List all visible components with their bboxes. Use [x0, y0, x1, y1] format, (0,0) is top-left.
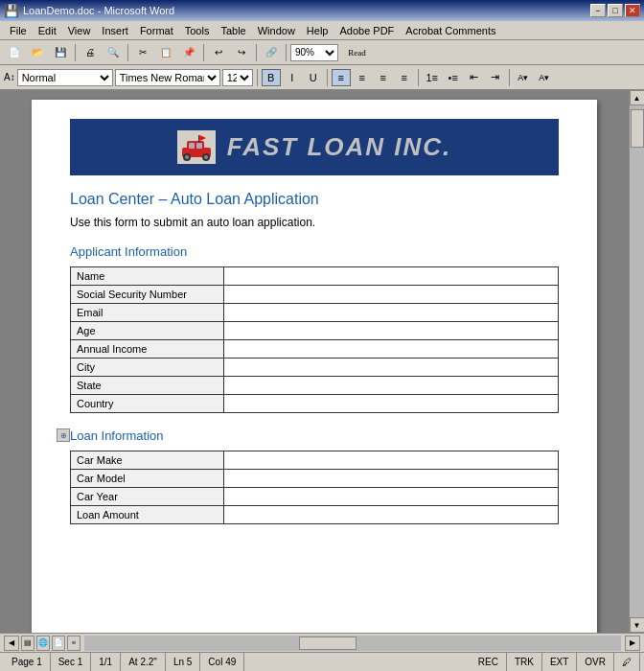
open-button[interactable]: 📂 [27, 43, 48, 62]
field-value[interactable] [224, 322, 559, 340]
table-row: Loan Amount [71, 506, 559, 524]
ol-button[interactable]: 1≡ [423, 69, 442, 86]
menu-bar: File Edit View Insert Format Tools Table… [0, 21, 644, 40]
window-title: LoanDemo.doc - Microsoft Word [23, 5, 174, 16]
menu-table[interactable]: Table [215, 23, 251, 38]
field-label: Annual Income [71, 340, 224, 359]
field-value[interactable] [224, 470, 559, 488]
menu-view[interactable]: View [62, 23, 97, 38]
font-select[interactable]: Times New Roman [115, 69, 220, 86]
font-color-button[interactable]: A▾ [535, 69, 554, 86]
scroll-right-button[interactable]: ▶ [625, 636, 640, 651]
field-value[interactable] [224, 286, 559, 304]
field-label: City [71, 359, 224, 377]
zoom-select[interactable]: 90% 100% [290, 44, 338, 61]
scroll-thumb[interactable] [631, 109, 644, 148]
menu-adobe-pdf[interactable]: Adobe PDF [334, 23, 400, 38]
menu-insert[interactable]: Insert [96, 23, 134, 38]
field-value[interactable] [224, 506, 559, 524]
align-center-button[interactable]: ≡ [353, 69, 372, 86]
bold-button[interactable]: B [262, 69, 281, 86]
main-toolbar: 📄 📂 💾 🖨 🔍 ✂ 📋 📌 ↩ ↪ 🔗 90% 100% Read [0, 40, 644, 65]
ul-button[interactable]: •≡ [444, 69, 463, 86]
align-right-button[interactable]: ≡ [374, 69, 393, 86]
undo-button[interactable]: ↩ [208, 43, 229, 62]
status-page-of: 1/1 [91, 653, 121, 671]
maximize-button[interactable]: □ [608, 4, 623, 17]
field-value[interactable] [224, 267, 559, 286]
print-button[interactable]: 🖨 [80, 43, 101, 62]
svg-rect-6 [189, 143, 195, 149]
table-row: Car Model [71, 470, 559, 488]
menu-window[interactable]: Window [252, 23, 301, 38]
align-justify-button[interactable]: ≡ [395, 69, 414, 86]
menu-format[interactable]: Format [134, 23, 179, 38]
scroll-down-button[interactable]: ▼ [630, 617, 645, 633]
indent-button[interactable]: ⇥ [486, 69, 505, 86]
size-select[interactable]: 12 [222, 69, 253, 86]
field-label: Car Model [71, 470, 224, 488]
print-view-button[interactable]: 📄 [52, 636, 65, 651]
scroll-left-button[interactable]: ◀ [4, 636, 19, 651]
align-left-button[interactable]: ≡ [332, 69, 351, 86]
read-button[interactable]: Read [340, 43, 374, 62]
close-button[interactable]: ✕ [625, 4, 640, 17]
copy-button[interactable]: 📋 [155, 43, 176, 62]
field-value[interactable] [224, 488, 559, 506]
italic-button[interactable]: I [283, 69, 302, 86]
table-move-icon[interactable]: ⊕ [57, 428, 70, 442]
toolbar-sep-3 [203, 44, 204, 61]
loan-description: Use this form to submit an auto loan app… [70, 216, 559, 229]
cut-button[interactable]: ✂ [132, 43, 153, 62]
web-view-button[interactable]: 🌐 [36, 636, 50, 651]
menu-acrobat-comments[interactable]: Acrobat Comments [400, 23, 501, 38]
format-sep-4 [509, 69, 510, 86]
menu-edit[interactable]: Edit [33, 23, 62, 38]
menu-tools[interactable]: Tools [179, 23, 216, 38]
minimize-button[interactable]: − [590, 4, 606, 17]
toolbar-sep-2 [127, 44, 128, 61]
field-label: Car Make [71, 451, 224, 470]
style-select[interactable]: Normal [17, 69, 113, 86]
scroll-thumb-h[interactable] [299, 636, 356, 650]
format-bar: A↕ Normal Times New Roman 12 B I U ≡ ≡ ≡… [0, 65, 644, 90]
toolbar-sep-5 [286, 44, 287, 61]
format-sep-2 [327, 69, 328, 86]
status-col: Col 49 [200, 653, 244, 671]
underline-button[interactable]: U [304, 69, 323, 86]
applicant-table: NameSocial Security NumberEmailAgeAnnual… [70, 266, 559, 413]
paste-button[interactable]: 📌 [178, 43, 199, 62]
new-button[interactable]: 📄 [4, 43, 25, 62]
field-value[interactable] [224, 377, 559, 395]
field-label: Social Security Number [71, 286, 224, 304]
scroll-up-button[interactable]: ▲ [630, 90, 645, 105]
print-preview-button[interactable]: 🔍 [103, 43, 124, 62]
menu-help[interactable]: Help [301, 23, 334, 38]
field-value[interactable] [224, 340, 559, 359]
status-at: At 2.2" [121, 653, 166, 671]
document-page: FAST LOAN INC. Loan Center – Auto Loan A… [32, 100, 597, 633]
field-label: State [71, 377, 224, 395]
normal-view-button[interactable]: ▤ [21, 636, 34, 651]
field-value[interactable] [224, 304, 559, 322]
status-ext: EXT [542, 653, 577, 671]
svg-rect-7 [196, 143, 202, 149]
status-page: Page 1 [4, 653, 51, 671]
outdent-button[interactable]: ⇤ [465, 69, 484, 86]
menu-file[interactable]: File [4, 23, 33, 38]
redo-button[interactable]: ↪ [231, 43, 252, 62]
field-value[interactable] [224, 359, 559, 377]
save-button[interactable]: 💾 [50, 43, 71, 62]
status-ovr: OVR [577, 653, 614, 671]
status-icon: 🖊 [614, 653, 640, 671]
horizontal-scrollbar[interactable] [84, 636, 621, 651]
highlight-button[interactable]: A▾ [514, 69, 533, 86]
outline-view-button[interactable]: ≡ [67, 636, 80, 651]
toolbar-sep-4 [256, 44, 257, 61]
hyperlink-button[interactable]: 🔗 [261, 43, 282, 62]
field-value[interactable] [224, 451, 559, 470]
scroll-track[interactable] [630, 105, 644, 617]
vertical-scrollbar[interactable]: ▲ ▼ [629, 90, 644, 633]
field-label: Car Year [71, 488, 224, 506]
field-value[interactable] [224, 395, 559, 413]
